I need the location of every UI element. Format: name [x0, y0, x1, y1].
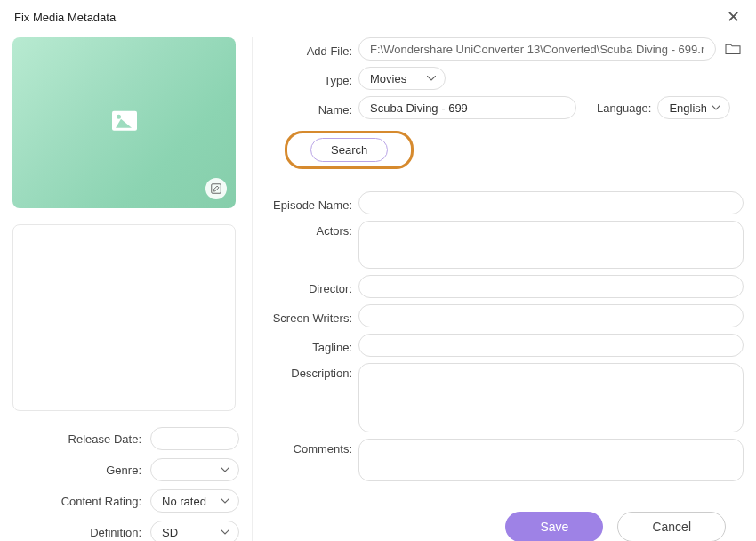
definition-select[interactable]: SD	[150, 521, 239, 541]
browse-folder-button[interactable]	[722, 39, 744, 59]
edit-thumbnail-button[interactable]	[205, 178, 227, 199]
add-file-input[interactable]	[358, 37, 716, 61]
tagline-input[interactable]	[358, 334, 744, 357]
cancel-button[interactable]: Cancel	[617, 512, 726, 541]
actors-label: Actors:	[269, 221, 352, 238]
name-input[interactable]	[358, 96, 576, 119]
release-date-input[interactable]	[150, 427, 239, 450]
svg-rect-0	[212, 184, 221, 194]
comments-textarea[interactable]	[358, 439, 744, 481]
language-label: Language:	[597, 101, 651, 115]
genre-label: Genre:	[12, 464, 141, 477]
screen-writers-input[interactable]	[358, 304, 744, 327]
add-file-label: Add File:	[269, 41, 352, 58]
media-thumbnail	[12, 37, 236, 208]
screen-writers-label: Screen Writers:	[269, 308, 352, 325]
tagline-label: Tagline:	[269, 337, 352, 354]
type-select[interactable]: Movies	[358, 67, 446, 90]
content-rating-select[interactable]: No rated	[150, 489, 239, 513]
actors-textarea[interactable]	[358, 221, 744, 269]
titlebar: Fix Media Metadata ✕	[0, 0, 756, 34]
episode-name-label: Episode Name:	[269, 195, 352, 212]
search-button[interactable]: Search	[310, 138, 388, 162]
director-label: Director:	[269, 279, 352, 295]
edit-icon	[210, 182, 222, 195]
release-date-label: Release Date:	[12, 432, 141, 446]
search-highlight-ring: Search	[285, 131, 414, 169]
secondary-preview-box	[12, 224, 236, 411]
definition-label: Definition:	[12, 526, 141, 539]
name-label: Name:	[269, 100, 352, 117]
image-placeholder-icon	[112, 111, 137, 131]
save-button[interactable]: Save	[505, 512, 603, 541]
genre-select[interactable]	[150, 458, 239, 481]
type-label: Type:	[269, 70, 352, 87]
content-rating-label: Content Rating:	[12, 495, 141, 508]
episode-name-input[interactable]	[358, 191, 744, 214]
language-select[interactable]: English	[657, 96, 730, 119]
folder-icon	[724, 42, 742, 56]
description-label: Description:	[269, 363, 352, 380]
window-title: Fix Media Metadata	[14, 11, 116, 24]
comments-label: Comments:	[269, 439, 352, 456]
close-icon[interactable]: ✕	[721, 5, 745, 28]
director-input[interactable]	[358, 275, 744, 298]
description-textarea[interactable]	[358, 363, 744, 432]
